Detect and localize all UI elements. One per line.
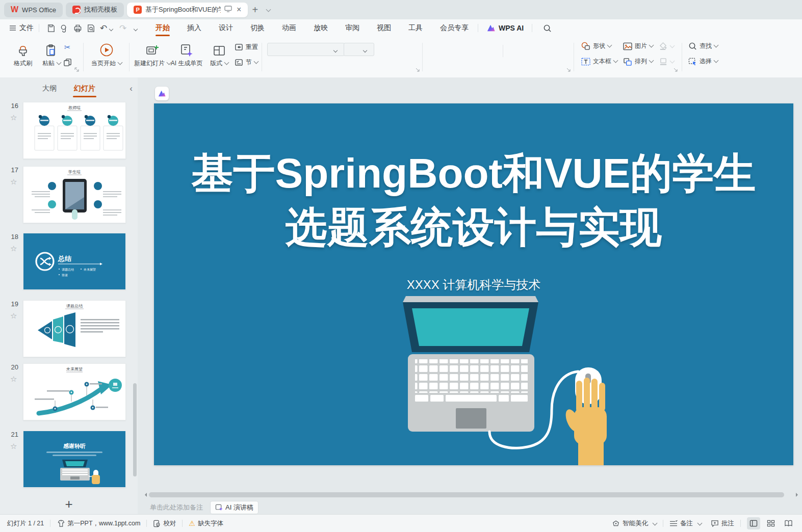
font-dialog-launcher-icon[interactable] bbox=[415, 67, 420, 72]
font-family-select[interactable] bbox=[267, 43, 345, 56]
horizontal-scrollbar[interactable] bbox=[149, 492, 784, 497]
tab-document-active[interactable]: P 基于SpringBoot和VUE的学生 × bbox=[127, 3, 248, 17]
slide-19-preview[interactable]: 课题总结 bbox=[23, 300, 126, 357]
sidebar-scrollbar[interactable] bbox=[133, 383, 137, 476]
reset-slide-button[interactable]: 重置 bbox=[235, 43, 258, 51]
wps-ai-button[interactable]: WPS AI bbox=[486, 24, 524, 32]
current-slide[interactable]: 基于SpringBoot和VUE的学生 选题系统设计与实现 XXXX 计算机科学… bbox=[154, 103, 793, 465]
play-from-current-button[interactable]: 当页开始 bbox=[88, 41, 125, 68]
menu-tab-slideshow[interactable]: 放映 bbox=[313, 20, 329, 36]
slide-thumbnail-21[interactable]: 21 ☆ 感谢聆听 bbox=[0, 431, 138, 488]
undo-history-chevron-icon[interactable] bbox=[110, 24, 117, 32]
menu-tab-insert[interactable]: 插入 bbox=[186, 20, 202, 36]
slide-16-preview[interactable]: 教师端 bbox=[23, 102, 126, 159]
find-button[interactable]: 查找 bbox=[688, 42, 718, 50]
slide-sorter-view-button[interactable] bbox=[764, 517, 778, 529]
menu-tab-animation[interactable]: 动画 bbox=[281, 20, 297, 36]
tab-outline[interactable]: 大纲 bbox=[41, 81, 58, 96]
tab-list-chevron-icon[interactable] bbox=[264, 5, 270, 14]
ai-generate-page-button[interactable]: AI 生成单页 bbox=[165, 41, 208, 68]
picture-button[interactable]: 图片 bbox=[623, 42, 653, 50]
font-size-select[interactable] bbox=[344, 43, 374, 56]
proofread-button[interactable]: 校对 bbox=[153, 519, 176, 528]
reading-view-button[interactable] bbox=[782, 517, 795, 529]
slide-thumbnail-20[interactable]: 20 ☆ 未来展望 bbox=[0, 363, 138, 421]
close-tab-icon[interactable]: × bbox=[237, 5, 241, 14]
select-button[interactable]: 选择 bbox=[688, 57, 718, 66]
tab-wps-office[interactable]: W WPS Office bbox=[4, 3, 63, 17]
undo-button[interactable]: ↶ bbox=[97, 23, 110, 34]
drawing-dialog-launcher-icon[interactable] bbox=[673, 67, 678, 72]
redo-button[interactable]: ↷ bbox=[117, 23, 129, 34]
quick-access-chevron-icon[interactable] bbox=[134, 24, 141, 32]
favorite-star-icon[interactable]: ☆ bbox=[10, 375, 17, 384]
menu-tab-tools[interactable]: 工具 bbox=[407, 20, 424, 36]
slide-subtitle[interactable]: XXXX 计算机科学与技术 bbox=[154, 277, 793, 293]
picture-icon bbox=[623, 42, 632, 50]
paragraph-dialog-launcher-icon[interactable] bbox=[566, 67, 571, 72]
slide-layout-button[interactable]: 版式 bbox=[206, 41, 232, 68]
slide-17-preview[interactable]: 学生端 bbox=[23, 166, 126, 223]
tab-docer-templates[interactable]: 找稻壳模板 bbox=[66, 3, 124, 17]
textbox-button[interactable]: 文本框 bbox=[581, 57, 617, 66]
export-pdf-button[interactable] bbox=[58, 22, 71, 34]
warning-icon: ⚠ bbox=[189, 519, 195, 527]
missing-font-warning[interactable]: ⚠ 缺失字体 bbox=[189, 519, 223, 528]
template-source[interactable]: 第一PPT，www.1ppt.com bbox=[57, 519, 140, 528]
menu-tab-view[interactable]: 视图 bbox=[376, 20, 392, 36]
svg-text:学生端: 学生端 bbox=[68, 170, 81, 174]
print-button[interactable] bbox=[71, 22, 84, 34]
comments-button[interactable]: 批注 bbox=[711, 519, 734, 528]
collapse-panel-icon[interactable]: ‹ bbox=[130, 84, 133, 94]
shapes-button[interactable]: 形状 bbox=[581, 42, 611, 50]
svg-text:总结: 总结 bbox=[58, 255, 72, 262]
svg-text:课题总结: 课题总结 bbox=[62, 268, 74, 272]
save-button[interactable] bbox=[44, 22, 58, 34]
favorite-star-icon[interactable]: ☆ bbox=[10, 113, 17, 122]
search-icon[interactable] bbox=[540, 22, 554, 34]
scroll-left-icon[interactable] bbox=[143, 493, 147, 497]
slide-title[interactable]: 基于SpringBoot和VUE的学生 选题系统设计与实现 bbox=[154, 146, 793, 254]
slide-thumbnail-16[interactable]: 16 ☆ 教师端 bbox=[0, 102, 138, 159]
favorite-star-icon[interactable]: ☆ bbox=[10, 311, 17, 321]
format-painter-button[interactable]: 格式刷 bbox=[8, 41, 38, 68]
fill-color-button[interactable] bbox=[659, 42, 674, 50]
print-preview-button[interactable] bbox=[84, 22, 97, 34]
new-tab-button[interactable]: + bbox=[252, 4, 258, 16]
device-monitor-icon[interactable] bbox=[224, 6, 232, 14]
notes-toggle-button[interactable]: 备注 bbox=[669, 519, 702, 528]
slide-21-preview[interactable]: 感谢聆听 bbox=[23, 431, 126, 488]
menu-tab-review[interactable]: 审阅 bbox=[344, 20, 360, 36]
arrange-button[interactable]: 排列 bbox=[623, 57, 653, 66]
slide-thumbnail-19[interactable]: 19 ☆ 课题总结 bbox=[0, 300, 138, 358]
favorite-star-icon[interactable]: ☆ bbox=[10, 177, 17, 187]
chevron-down-icon bbox=[364, 45, 371, 54]
favorite-star-icon[interactable]: ☆ bbox=[10, 244, 17, 253]
file-menu[interactable]: 文件 bbox=[9, 23, 34, 33]
cut-button[interactable]: ✂ bbox=[64, 43, 71, 52]
ai-speech-script-button[interactable]: AI 演讲稿 bbox=[210, 501, 258, 514]
paste-button[interactable]: 粘贴 bbox=[40, 41, 63, 68]
normal-view-button[interactable] bbox=[747, 517, 760, 529]
favorite-star-icon[interactable]: ☆ bbox=[10, 442, 17, 451]
slide-number: 16 bbox=[7, 102, 18, 110]
notes-placeholder[interactable]: 单击此处添加备注 bbox=[150, 503, 203, 512]
wps-ai-floating-button[interactable] bbox=[155, 87, 169, 100]
section-button[interactable]: 节 bbox=[235, 58, 258, 67]
slide-20-preview[interactable]: 未来展望 bbox=[23, 363, 126, 420]
add-slide-button[interactable]: + bbox=[0, 496, 138, 512]
wps-ai-logo-icon bbox=[158, 90, 166, 97]
menu-tab-member[interactable]: 会员专享 bbox=[439, 20, 470, 36]
menu-tab-transition[interactable]: 切换 bbox=[249, 20, 266, 36]
menu-tab-home[interactable]: 开始 bbox=[154, 20, 171, 36]
slide-18-preview[interactable]: 总结 课题总结 未来展望 致谢 bbox=[23, 233, 126, 290]
clipboard-dialog-launcher-icon[interactable] bbox=[74, 67, 79, 72]
smart-beautify-button[interactable]: 智能美化 bbox=[612, 519, 657, 528]
scroll-right-icon[interactable] bbox=[796, 493, 800, 497]
menu-tab-design[interactable]: 设计 bbox=[218, 20, 234, 36]
outline-color-button[interactable] bbox=[659, 57, 674, 65]
slide-thumbnail-18[interactable]: 18 ☆ 总结 课题总结 未来展望 致谢 bbox=[0, 233, 138, 290]
tab-slides[interactable]: 幻灯片 bbox=[73, 81, 96, 96]
copy-button[interactable] bbox=[63, 58, 72, 67]
slide-thumbnail-17[interactable]: 17 ☆ 学生端 bbox=[0, 166, 138, 224]
